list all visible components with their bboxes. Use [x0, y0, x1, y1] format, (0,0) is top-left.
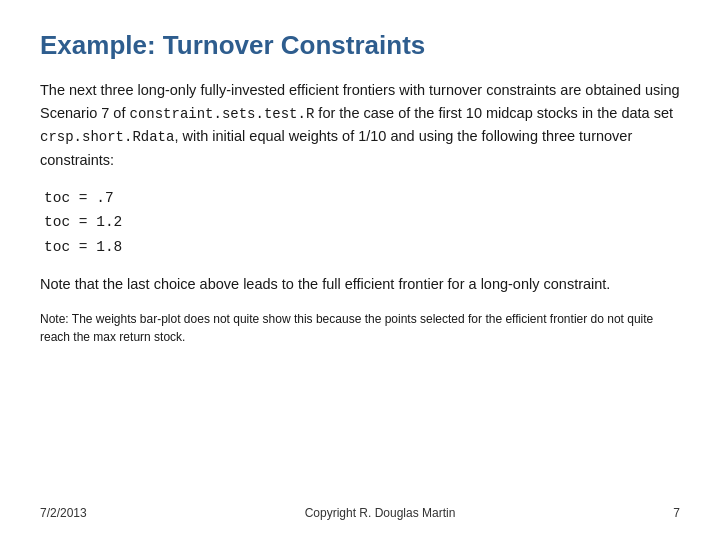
slide-container: Example: Turnover Constraints The next t…: [0, 0, 720, 540]
footer-date: 7/2/2013: [40, 506, 87, 520]
paragraph-1-code1: constraint.sets.test.R: [129, 106, 314, 122]
paragraph-1-text-after-code1: for the case of the first 10 midcap stoc…: [314, 105, 673, 121]
slide-footer: 7/2/2013 Copyright R. Douglas Martin 7: [40, 500, 680, 520]
code-line-2: toc = 1.2: [44, 210, 680, 235]
footer-copyright: Copyright R. Douglas Martin: [305, 506, 456, 520]
note-small: Note: The weights bar-plot does not quit…: [40, 310, 680, 346]
paragraph-1-code2: crsp.short.Rdata: [40, 129, 174, 145]
slide-body: The next three long-only fully-invested …: [40, 79, 680, 490]
note-large: Note that the last choice above leads to…: [40, 273, 680, 295]
slide-title: Example: Turnover Constraints: [40, 30, 680, 61]
paragraph-1: The next three long-only fully-invested …: [40, 79, 680, 171]
code-line-1: toc = .7: [44, 186, 680, 211]
code-line-3: toc = 1.8: [44, 235, 680, 260]
footer-page-number: 7: [673, 506, 680, 520]
code-block: toc = .7 toc = 1.2 toc = 1.8: [44, 186, 680, 260]
